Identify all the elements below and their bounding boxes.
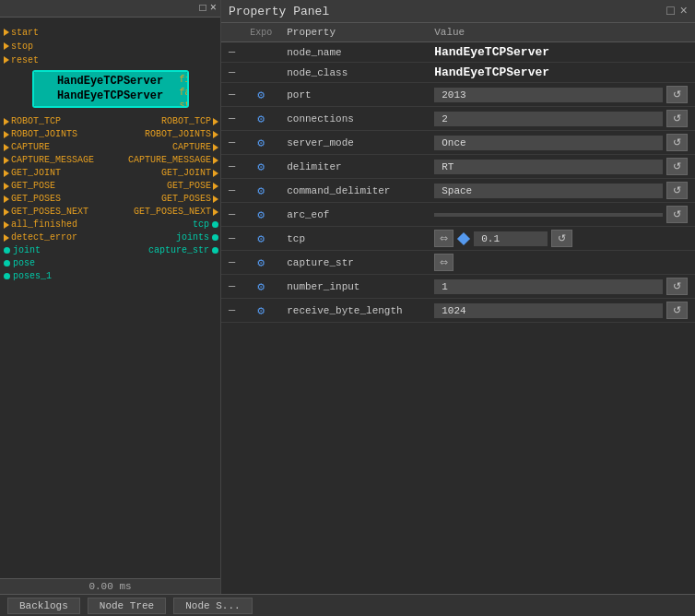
expo-cell: ⚙ (242, 179, 279, 203)
col-property: Property (279, 23, 427, 42)
minimize-icon[interactable]: □ (200, 2, 206, 15)
diamond-icon (457, 231, 470, 244)
expo-cell: ⚙ (242, 275, 279, 299)
property-table: Expo Property Value — node_name HandEyeT… (221, 23, 695, 594)
port-start: start (4, 26, 220, 39)
gear-icon: ⚙ (257, 280, 265, 294)
prop-name-cell: arc_eof (279, 203, 427, 227)
gear-icon: ⚙ (257, 232, 265, 246)
port-pose-in: pose (4, 257, 160, 269)
panel-minimize-icon[interactable]: □ (666, 4, 674, 18)
expo-cell: ⚙ (242, 251, 279, 275)
port-get-joint-in: GET_JOINT (4, 167, 160, 179)
port-started: started (179, 100, 188, 108)
value-input-port[interactable]: 2013 (434, 88, 663, 102)
expand-icon: — (229, 304, 235, 317)
link-icon-btn2[interactable]: ⇔ (434, 254, 454, 271)
value-input-server-mode[interactable]: Once (434, 136, 663, 150)
expo-cell: ⚙ (242, 131, 279, 155)
port-robot-joints-in: ROBOT_JOINTS (4, 128, 160, 140)
expo-cell: ⚙ (242, 299, 279, 323)
value-input-delimiter[interactable]: RT (434, 160, 663, 174)
port-get-poses-in: GET_POSES (4, 193, 160, 205)
gear-icon: ⚙ (257, 184, 265, 198)
gear-icon: ⚙ (257, 304, 265, 318)
close-icon[interactable]: × (210, 2, 217, 15)
reset-button[interactable]: ↺ (666, 278, 688, 295)
tab-backlogs[interactable]: Backlogs (7, 598, 80, 614)
table-row: — ⚙ tcp ⇔ 0.1 ↺ (221, 227, 695, 251)
port-capture-out: CAPTURE (172, 141, 218, 153)
reset-button[interactable]: ↺ (666, 158, 688, 175)
prop-value-cell[interactable]: Space ↺ (427, 179, 695, 203)
port-poses1-in: poses_1 (4, 270, 160, 282)
port-robot-joints-out: ROBOT_JOINTS (145, 128, 218, 140)
prop-value-cell[interactable]: 1024 ↺ (427, 299, 695, 323)
prop-value-cell[interactable]: RT ↺ (427, 155, 695, 179)
link-icon-btn[interactable]: ⇔ (434, 230, 454, 247)
prop-name-cell: node_class (279, 63, 427, 83)
panel-close-icon[interactable]: × (680, 4, 688, 18)
table-row: — ⚙ port 2013 ↺ (221, 83, 695, 107)
prop-value-cell[interactable]: ⇔ (427, 251, 695, 275)
port-failed: failed (179, 87, 188, 99)
reset-button[interactable]: ↺ (666, 110, 688, 127)
tab-node-tree[interactable]: Node Tree (88, 598, 166, 614)
expand-icon: — (229, 66, 235, 79)
gear-icon: ⚙ (257, 208, 265, 222)
value-input-cmd-delimiter[interactable]: Space (434, 184, 663, 198)
expand-icon: — (229, 208, 235, 221)
prop-name-cell: capture_str (279, 251, 427, 275)
prop-value-cell[interactable]: 1 ↺ (427, 275, 695, 299)
port-finished: finished (179, 74, 188, 86)
table-row: — node_name HandEyeTCPServer (221, 42, 695, 63)
port-tcp-out: tcp (193, 219, 218, 231)
expo-cell: ⚙ (242, 83, 279, 107)
tab-node-s[interactable]: Node S... (173, 598, 252, 614)
node-box[interactable]: HandEyeTCPServer HandEyeTCPServer finish… (32, 70, 189, 108)
reset-button[interactable]: ↺ (666, 206, 688, 223)
port-stop: stop (4, 40, 220, 53)
gear-icon: ⚙ (257, 113, 265, 126)
timing-display: 0.00 ms (0, 578, 220, 594)
prop-name-cell: tcp (279, 227, 427, 251)
prop-name-cell: connections (279, 107, 427, 131)
reset-button[interactable]: ↺ (666, 86, 688, 103)
table-row: — ⚙ delimiter RT ↺ (221, 155, 695, 179)
prop-name-cell: delimiter (279, 155, 427, 179)
expo-cell (242, 63, 279, 83)
value-input-number[interactable]: 1 (434, 279, 663, 294)
gear-icon: ⚙ (257, 256, 265, 270)
table-row: — ⚙ number_input 1 ↺ (221, 275, 695, 299)
prop-value-cell[interactable]: ↺ (427, 203, 695, 227)
value-input-arc-eof[interactable] (434, 213, 663, 217)
reset-button[interactable]: ↺ (666, 134, 688, 151)
left-panel: □ × start stop (0, 0, 221, 594)
left-panel-header: □ × (0, 0, 220, 18)
gear-icon: ⚙ (257, 160, 265, 174)
table-row: — ⚙ server_mode Once ↺ (221, 131, 695, 155)
panel-header-icons: □ × (666, 4, 688, 18)
expand-icon: — (229, 89, 235, 101)
prop-name-cell: node_name (279, 42, 427, 63)
table-row: — node_class HandEyeTCPServer (221, 63, 695, 83)
port-capture-message-out: CAPTURE_MESSAGE (128, 154, 218, 166)
reset-button[interactable]: ↺ (666, 302, 688, 319)
prop-name-cell: receive_byte_length (279, 299, 427, 323)
expand-icon: — (229, 160, 235, 173)
table-row: — ⚙ command_delimiter Space ↺ (221, 179, 695, 203)
port-get-pose-out: GET_POSE (167, 180, 218, 192)
prop-value-cell[interactable]: 2013 ↺ (427, 83, 695, 107)
reset-button[interactable]: ↺ (551, 230, 572, 247)
prop-value-cell[interactable]: 2 ↺ (427, 107, 695, 131)
value-input-tcp[interactable]: 0.1 (474, 231, 548, 246)
port-all-finished-in: all_finished (4, 219, 160, 231)
prop-name-cell: port (279, 83, 427, 107)
port-robot-tcp-in: ROBOT_TCP (4, 115, 160, 127)
reset-button[interactable]: ↺ (666, 182, 688, 199)
prop-value-cell[interactable]: Once ↺ (427, 131, 695, 155)
port-get-pose-in: GET_POSE (4, 180, 160, 192)
value-input-connections[interactable]: 2 (434, 112, 663, 126)
value-input-byte-length[interactable]: 1024 (434, 303, 663, 318)
prop-value-cell[interactable]: ⇔ 0.1 ↺ (427, 227, 695, 251)
